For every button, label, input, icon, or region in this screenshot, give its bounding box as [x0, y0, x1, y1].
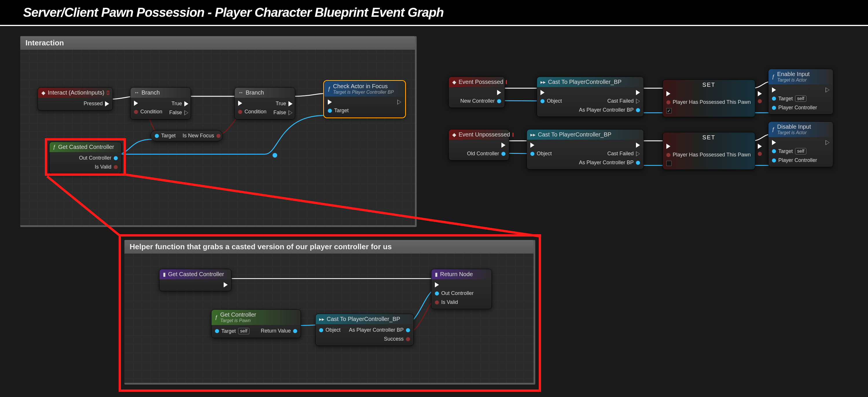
exec-out[interactable]: [501, 142, 505, 148]
node-enable-input[interactable]: ƒ Enable Input Target is Actor Targetsel…: [768, 69, 833, 114]
exec-in[interactable]: [666, 91, 751, 96]
pin-object[interactable]: Object: [530, 151, 552, 157]
pin-out-controller[interactable]: Out Controller: [79, 155, 118, 161]
exec-out[interactable]: [826, 87, 830, 93]
node-title: Enable Input: [777, 71, 810, 77]
node-set-possessed-flag-1[interactable]: SET Player Has Possessed This Pawn ✓: [662, 79, 755, 117]
reroute-node[interactable]: [273, 153, 277, 158]
pin-var-name[interactable]: Player Has Possessed This Pawn: [666, 99, 751, 105]
graph-canvas[interactable]: Interaction ◆ Interact (ActionInputs) Pr…: [0, 26, 868, 394]
pin-is-valid[interactable]: Is Valid: [95, 164, 118, 170]
exec-out[interactable]: [636, 142, 640, 148]
pin-true[interactable]: True: [276, 101, 292, 107]
pin-success[interactable]: Success: [384, 336, 410, 342]
function-icon: ƒ: [53, 144, 56, 150]
node-title: Get Casted Controller: [168, 271, 224, 277]
exec-in[interactable]: [328, 99, 349, 105]
exec-out[interactable]: [826, 140, 830, 145]
exec-out[interactable]: [224, 282, 228, 288]
pin-target[interactable]: Targetself: [772, 95, 817, 102]
pin-out-controller[interactable]: Out Controller: [435, 290, 474, 296]
pin-checkbox[interactable]: ✓: [666, 108, 751, 113]
exec-in[interactable]: [238, 101, 267, 106]
pin-is-new-focus[interactable]: Is New Focus: [183, 133, 220, 139]
pin-player-controller[interactable]: Player Controller: [772, 157, 817, 163]
pin-is-valid[interactable]: Is Valid: [435, 299, 474, 305]
pin-true[interactable]: True: [172, 101, 188, 107]
pin-false[interactable]: False: [273, 109, 292, 115]
exec-in[interactable]: [134, 101, 162, 106]
pin-out-val[interactable]: [758, 152, 762, 156]
pin-target[interactable]: Targetself: [772, 148, 817, 155]
exec-in[interactable]: [772, 87, 817, 93]
node-title: Event Unpossessed: [459, 131, 510, 138]
node-title: Get Controller: [220, 311, 256, 318]
pin-object[interactable]: Object: [319, 327, 341, 333]
pin-condition[interactable]: Condition: [134, 109, 162, 115]
event-icon: ◆: [452, 79, 456, 85]
node-event-unpossessed[interactable]: ◆ Event Unpossessed Old Controller: [448, 129, 509, 161]
pin-condition[interactable]: Condition: [238, 109, 267, 115]
cast-icon: ▸▸: [319, 316, 324, 322]
exec-out[interactable]: [497, 90, 501, 95]
node-event-possessed[interactable]: ◆ Event Possessed New Controller: [448, 77, 505, 108]
exec-out[interactable]: [636, 90, 640, 95]
exec-in[interactable]: [530, 142, 552, 148]
node-cast-player-controller-helper[interactable]: ▸▸ Cast To PlayerController_BP Object As…: [315, 314, 414, 346]
node-title: Get Casted Controller: [58, 144, 114, 151]
exec-in[interactable]: [435, 282, 474, 288]
pin-as-player-controller[interactable]: As Player Controller BP: [579, 107, 640, 113]
exec-in[interactable]: [772, 140, 817, 145]
exec-out[interactable]: [758, 91, 762, 96]
pin-out-val[interactable]: [758, 99, 762, 103]
node-interact-action[interactable]: ◆ Interact (ActionInputs) Pressed: [38, 87, 113, 110]
delegate-pin[interactable]: [107, 91, 109, 95]
node-branch-2[interactable]: ↔ Branch Condition True False: [235, 87, 295, 120]
pin-target[interactable]: Target: [155, 133, 176, 139]
pin-player-controller[interactable]: Player Controller: [772, 105, 817, 111]
exec-out[interactable]: [397, 99, 401, 105]
exec-in[interactable]: [540, 90, 562, 95]
node-disable-input[interactable]: ƒ Disable Input Target is Actor Targetse…: [768, 122, 833, 167]
panel-interaction[interactable]: Interaction ◆ Interact (ActionInputs) Pr…: [20, 36, 416, 227]
self-chip: self: [238, 328, 249, 334]
function-icon: ƒ: [328, 86, 331, 92]
pin-pressed[interactable]: Pressed: [84, 101, 109, 107]
pin-as-player-controller[interactable]: As Player Controller BP: [349, 327, 410, 333]
node-get-casted-controller[interactable]: ƒ Get Casted Controller Out Controller I…: [49, 142, 122, 174]
event-icon: ◆: [41, 90, 45, 96]
node-subtitle: Target is Pawn: [220, 318, 256, 323]
pin-false[interactable]: False: [169, 109, 188, 115]
panel-helper-title: Helper function that grabs a casted vers…: [124, 240, 533, 254]
node-title: Branch: [142, 89, 160, 96]
node-check-actor-in-focus[interactable]: ƒ Check Actor in Focus Target is Player …: [324, 81, 405, 118]
node-is-new-focus-getter[interactable]: Target Is New Focus: [151, 130, 223, 141]
pin-old-controller[interactable]: Old Controller: [467, 151, 505, 157]
node-branch-1[interactable]: ↔ Branch Condition True False: [130, 87, 191, 120]
pin-var-name[interactable]: Player Has Possessed This Pawn: [666, 152, 751, 158]
exec-out[interactable]: [758, 144, 762, 149]
node-title: Check Actor in Focus: [333, 83, 388, 89]
node-return[interactable]: ▮ Return Node Out Controller Is Valid: [431, 269, 492, 309]
pin-cast-failed[interactable]: Cast Failed: [607, 151, 640, 157]
panel-helper[interactable]: Helper function that grabs a casted vers…: [124, 240, 535, 385]
delegate-pin[interactable]: [513, 133, 514, 137]
node-subtitle: Target is Actor: [777, 130, 811, 135]
pin-target[interactable]: Targetself: [215, 328, 249, 334]
node-cast-player-controller-1[interactable]: ▸▸ Cast To PlayerController_BP Object Ca…: [537, 77, 644, 117]
node-cast-player-controller-2[interactable]: ▸▸ Cast To PlayerController_BP Object Ca…: [527, 129, 644, 169]
pin-return-value[interactable]: Return Value: [261, 328, 297, 334]
pin-as-player-controller[interactable]: As Player Controller BP: [579, 160, 640, 166]
node-title: Cast To PlayerController_BP: [548, 79, 621, 85]
node-get-controller[interactable]: ƒ Get Controller Target is Pawn Targetse…: [211, 309, 301, 338]
node-set-possessed-flag-2[interactable]: SET Player Has Possessed This Pawn: [662, 132, 755, 170]
pin-new-controller[interactable]: New Controller: [460, 98, 501, 104]
delegate-pin[interactable]: [506, 80, 507, 84]
node-title: SET: [663, 80, 755, 88]
pin-target[interactable]: Target: [328, 107, 349, 113]
exec-in[interactable]: [666, 144, 751, 149]
node-helper-entry[interactable]: ▮ Get Casted Controller: [159, 269, 231, 291]
pin-cast-failed[interactable]: Cast Failed: [607, 98, 640, 104]
pin-object[interactable]: Object: [540, 98, 562, 104]
pin-checkbox[interactable]: [666, 161, 751, 166]
